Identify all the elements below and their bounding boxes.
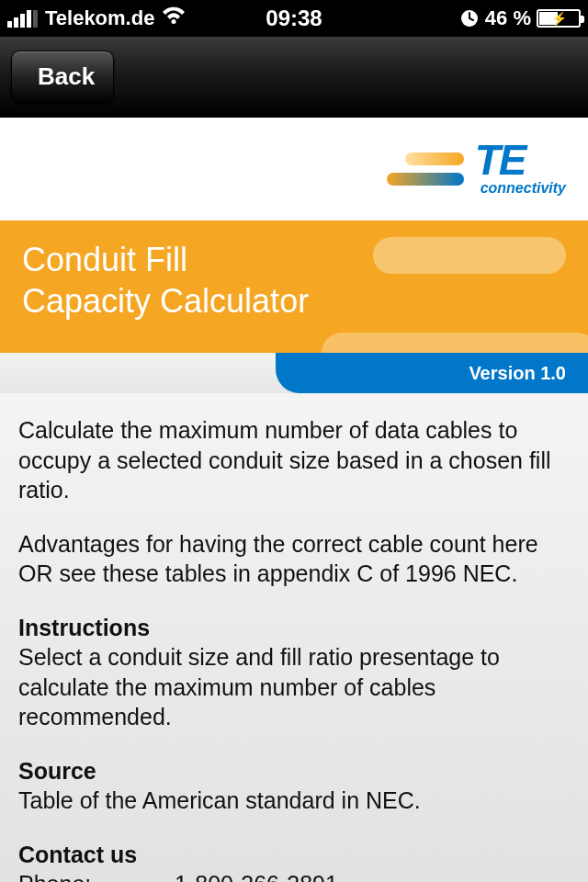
signal-icon [7, 9, 38, 28]
source-title: Source [18, 758, 96, 784]
wifi-icon [162, 6, 186, 30]
body-text: Calculate the maximum number of data cab… [0, 393, 588, 882]
decorative-pill-icon [373, 237, 566, 274]
version-strip: Version 1.0 [0, 353, 588, 393]
back-button[interactable]: Back [11, 51, 114, 104]
carrier-label: Telekom.de [45, 6, 154, 30]
instructions-title: Instructions [18, 615, 150, 640]
contact-phone-row: Phone: 1-800-366-3891 [18, 869, 570, 882]
source-text: Table of the American standard in NEC. [18, 787, 421, 813]
battery-percent: 46 % [485, 6, 531, 30]
back-button-label: Back [38, 62, 95, 91]
te-logo: TE connectivity [387, 141, 566, 196]
intro-text: Calculate the maximum number of data cab… [18, 415, 570, 505]
logo-bars-icon [387, 153, 464, 186]
contact-phone-value: 1-800-366-3891 [175, 869, 338, 882]
version-tab: Version 1.0 [276, 353, 588, 393]
instructions-text: Select a conduit size and fill ratio pre… [18, 644, 500, 729]
status-right: 46 % ⚡ [322, 6, 581, 30]
battery-icon: ⚡ [537, 9, 581, 28]
status-left: Telekom.de [7, 6, 266, 30]
status-time: 09:38 [266, 6, 322, 31]
alarm-icon [459, 8, 480, 28]
page-content: TE connectivity Conduit Fill Capacity Ca… [0, 118, 588, 882]
source-block: Source Table of the American standard in… [18, 756, 570, 816]
title-line-2: Capacity Calculator [22, 282, 309, 320]
instructions-block: Instructions Select a conduit size and f… [18, 613, 570, 732]
version-label: Version 1.0 [469, 363, 566, 384]
logo-brand: TE [475, 141, 526, 179]
title-line-1: Conduit Fill [22, 241, 187, 278]
contact-phone-label: Phone: [18, 869, 175, 882]
nav-bar: Back [0, 37, 588, 118]
logo-tagline: connectivity [481, 180, 566, 197]
contact-block: Contact us Phone: 1-800-366-3891 E-Mail:… [18, 840, 570, 883]
advantages-text: Advantages for having the correct cable … [18, 529, 570, 589]
status-bar: Telekom.de 09:38 46 % ⚡ [0, 0, 588, 37]
contact-title: Contact us [18, 840, 570, 870]
logo-area: TE connectivity [0, 118, 588, 220]
hero-banner: Conduit Fill Capacity Calculator [0, 220, 588, 353]
